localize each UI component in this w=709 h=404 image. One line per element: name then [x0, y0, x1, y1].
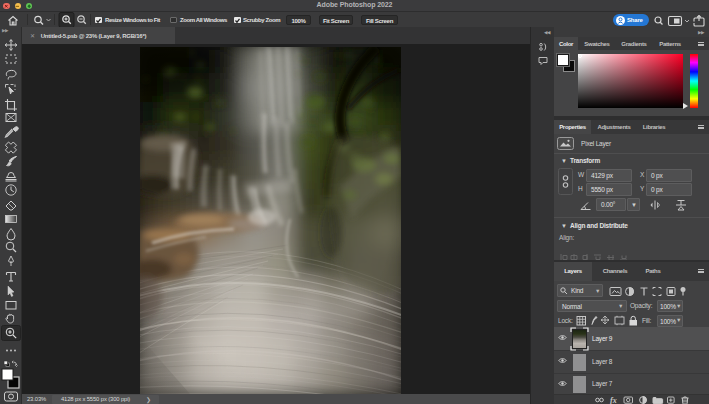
svg-text:fx: fx	[610, 396, 617, 404]
